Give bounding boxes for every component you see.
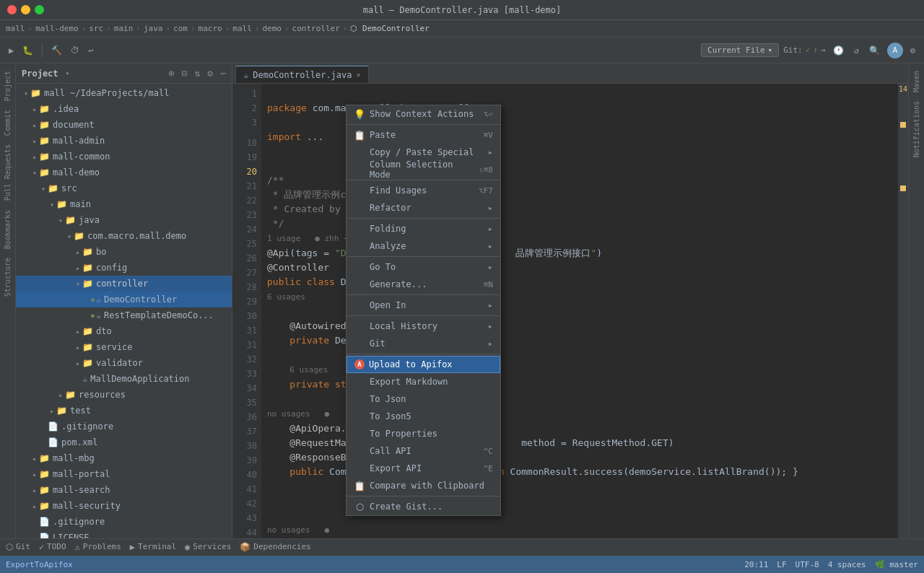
tab-git[interactable]: ⬡ Git (6, 539, 30, 556)
tree-item-idea[interactable]: ▸ 📁 .idea (16, 101, 232, 117)
sidebar-item-maven[interactable]: Maven (910, 66, 923, 97)
status-encoding[interactable]: UTF-8 (796, 560, 819, 569)
bc-com[interactable]: com (173, 24, 188, 33)
tree-item-test[interactable]: ▸ 📁 test (16, 403, 232, 419)
tab-todo[interactable]: ✓ TODO (39, 539, 66, 556)
ctx-analyze[interactable]: Analyze ▸ (346, 237, 500, 255)
ctx-paste[interactable]: 📋 Paste ⌘V (346, 126, 500, 144)
sidebar-item-bookmarks[interactable]: Bookmarks (1, 206, 14, 253)
tree-item-mall-root[interactable]: ▾ 📁 mall ~/IdeaProjects/mall (16, 85, 232, 101)
ctx-compare-clipboard[interactable]: 📋 Compare with Clipboard (346, 477, 500, 494)
history-button[interactable]: ⏱ (68, 44, 82, 57)
ctx-show-context-actions[interactable]: 💡 Show Context Actions ⌥⏎ (346, 105, 500, 123)
sidebar-item-structure[interactable]: Structure (1, 253, 14, 301)
tab-dependencies[interactable]: 📦 Dependencies (240, 539, 310, 556)
ctx-refactor[interactable]: Refactor ▸ (346, 199, 500, 216)
sidebar-item-notifications[interactable]: Notifications (910, 97, 923, 162)
tree-item-democontroller[interactable]: ● ☕ DemoController (16, 292, 232, 307)
ctx-to-json[interactable]: To Json (346, 390, 500, 408)
tree-item-main[interactable]: ▾ 📁 main (16, 196, 232, 212)
sort-icon[interactable]: ⇅ (195, 68, 201, 79)
refresh-button[interactable]: ↺ (851, 44, 862, 57)
history-icon[interactable]: 🕐 (830, 44, 847, 57)
ctx-open-in[interactable]: Open In ▸ (346, 297, 500, 314)
ctx-export-markdown[interactable]: Export Markdown (346, 373, 500, 390)
bc-demolcontroller[interactable]: ⬡ DemoController (350, 24, 429, 33)
tree-item-mall-admin[interactable]: ▸ 📁 mall-admin (16, 133, 232, 149)
project-dropdown[interactable]: ▾ (66, 69, 70, 77)
tree-item-malldemoapplication[interactable]: ☕ MallDemoApplication (16, 371, 232, 387)
tree-item-mall-security[interactable]: ▸ 📁 mall-security (16, 498, 232, 514)
sidebar-item-commit[interactable]: Commit (1, 105, 14, 140)
debug-button[interactable]: 🐛 (19, 44, 36, 57)
bc-mall-demo[interactable]: mall-demo (35, 24, 79, 33)
more-icon[interactable]: ⋯ (220, 68, 226, 79)
tree-item-mall-demo[interactable]: ▾ 📁 mall-demo (16, 165, 232, 180)
status-position[interactable]: 20:11 (744, 560, 768, 569)
tree-item-gitignore-demo[interactable]: 📄 .gitignore (16, 419, 232, 434)
bc-mall[interactable]: mall (6, 24, 25, 33)
tree-item-controller[interactable]: ▾ 📁 controller (16, 276, 232, 292)
tab-terminal[interactable]: ▶ Terminal (130, 539, 176, 556)
tree-item-mall-portal[interactable]: ▸ 📁 mall-portal (16, 466, 232, 482)
tree-item-resttemplate[interactable]: ● ☕ RestTemplateDemoCo... (16, 307, 232, 323)
search-button[interactable]: 🔍 (866, 44, 883, 57)
collapse-icon[interactable]: ⊟ (182, 68, 188, 79)
ctx-find-usages[interactable]: Find Usages ⌥F7 (346, 182, 500, 199)
settings-button[interactable]: ⚙ (907, 44, 918, 57)
tree-item-mall-common[interactable]: ▸ 📁 mall-common (16, 149, 232, 165)
bc-mall2[interactable]: mall (232, 24, 252, 33)
status-lf[interactable]: LF (777, 560, 786, 569)
ctx-call-api[interactable]: Call API ^C (346, 442, 500, 460)
ctx-upload-apifox[interactable]: A Upload to Apifox (346, 356, 500, 373)
ctx-export-api[interactable]: Export API ^E (346, 460, 500, 477)
avatar-icon[interactable]: A (887, 43, 903, 58)
tree-item-src[interactable]: ▾ 📁 src (16, 180, 232, 196)
bc-main[interactable]: main (114, 24, 134, 33)
tree-item-service[interactable]: ▸ 📁 service (16, 339, 232, 355)
tab-democontroller[interactable]: ☕ DemoController.java ✕ (235, 66, 369, 83)
tree-item-config[interactable]: ▸ 📁 config (16, 260, 232, 276)
bc-java[interactable]: java (144, 24, 163, 33)
tree-item-dto[interactable]: ▸ 📁 dto (16, 323, 232, 339)
minimize-button[interactable] (21, 5, 30, 14)
status-export[interactable]: ExportToApifox (6, 560, 73, 569)
ctx-goto[interactable]: Go To ▸ (346, 258, 500, 276)
tree-item-java[interactable]: ▾ 📁 java (16, 212, 232, 228)
tree-item-document[interactable]: ▸ 📁 document (16, 117, 232, 133)
bc-src[interactable]: src (89, 24, 103, 33)
maximize-button[interactable] (35, 5, 44, 14)
ctx-column-selection[interactable]: Column Selection Mode ⇧⌘8 (346, 161, 500, 178)
tab-close-icon[interactable]: ✕ (357, 71, 361, 79)
sidebar-item-pull-requests[interactable]: Pull Requests (1, 140, 14, 205)
bc-macro[interactable]: macro (199, 24, 222, 33)
tree-item-pom-demo[interactable]: 📄 pom.xml (16, 434, 232, 450)
gear-icon[interactable]: ⚙ (207, 68, 213, 79)
undo-button[interactable]: ↩ (85, 44, 96, 57)
tree-item-gitignore-root[interactable]: 📄 .gitignore (16, 514, 232, 530)
close-button[interactable] (7, 5, 17, 14)
ctx-copy-paste-special[interactable]: Copy / Paste Special ▸ (346, 144, 500, 161)
current-file-dropdown[interactable]: Current File ▾ (701, 43, 779, 57)
tree-item-license[interactable]: 📄 LICENSE (16, 530, 232, 538)
status-branch[interactable]: 🌿 master (875, 560, 918, 569)
ctx-local-history[interactable]: Local History ▸ (346, 318, 500, 335)
tree-item-com-macro[interactable]: ▾ 📁 com.macro.mall.demo (16, 228, 232, 244)
tree-item-mall-mbg[interactable]: ▸ 📁 mall-mbg (16, 450, 232, 466)
tab-services[interactable]: ◉ Services (185, 539, 231, 556)
run-button[interactable]: ▶ (6, 44, 17, 57)
ctx-create-gist[interactable]: ⬡ Create Gist... (346, 498, 500, 515)
tree-item-validator[interactable]: ▸ 📁 validator (16, 355, 232, 371)
status-indent[interactable]: 4 spaces (828, 560, 866, 569)
ctx-to-json5[interactable]: To Json5 (346, 408, 500, 425)
tree-item-bo[interactable]: ▸ 📁 bo (16, 244, 232, 260)
tree-item-resources[interactable]: ▸ 📁 resources (16, 387, 232, 403)
ctx-generate[interactable]: Generate... ⌘N (346, 276, 500, 293)
tab-problems[interactable]: ⚠ Problems (75, 539, 121, 556)
tree-item-mall-search[interactable]: ▸ 📁 mall-search (16, 482, 232, 498)
bc-demo[interactable]: demo (262, 24, 282, 33)
build-button[interactable]: 🔨 (48, 44, 65, 57)
ctx-git[interactable]: Git ▸ (346, 335, 500, 352)
locate-icon[interactable]: ⊕ (169, 68, 175, 79)
bc-controller[interactable]: controller (292, 24, 340, 33)
